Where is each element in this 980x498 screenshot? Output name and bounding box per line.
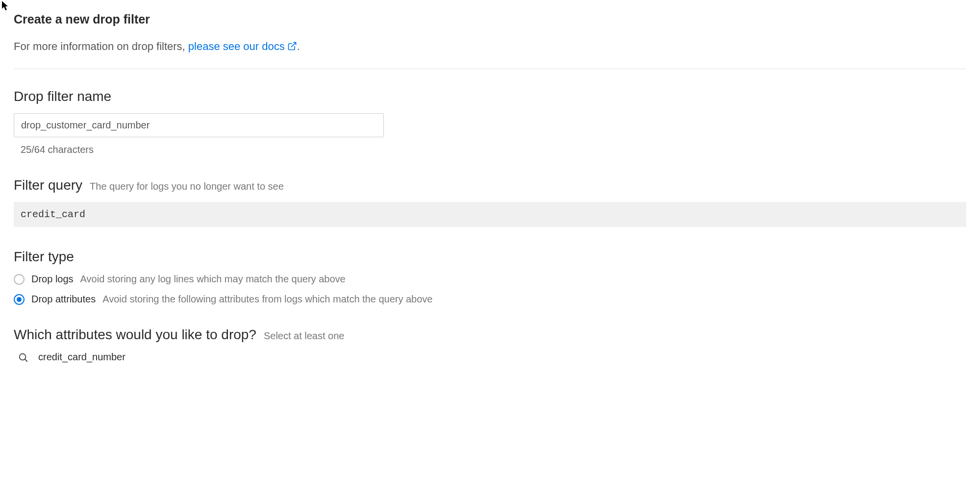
query-label: Filter query [14,177,82,193]
type-label: Filter type [14,249,966,265]
radio-icon [14,274,25,285]
char-count: 25/64 characters [21,144,966,155]
radio-label: Drop logs [31,274,74,285]
attribute-value: credit_card_number [38,351,126,363]
radio-dot-icon [17,297,22,302]
info-line: For more information on drop filters, pl… [14,40,966,54]
info-prefix: For more information on drop filters, [14,40,188,52]
filter-name-input[interactable] [14,113,384,137]
attributes-section: Which attributes would you like to drop?… [14,327,966,363]
svg-line-2 [25,359,27,361]
name-section: Drop filter name 25/64 characters [14,89,966,155]
radio-drop-logs[interactable]: Drop logs Avoid storing any log lines wh… [14,274,966,285]
search-icon [18,352,28,363]
type-section: Filter type Drop logs Avoid storing any … [14,249,966,305]
svg-line-0 [291,43,296,47]
query-section: Filter query The query for logs you no l… [14,177,966,227]
filter-query-input[interactable]: credit_card [14,202,966,227]
radio-icon [14,294,25,305]
radio-drop-attributes[interactable]: Drop attributes Avoid storing the follow… [14,294,966,305]
radio-label: Drop attributes [31,294,96,305]
radio-desc: Avoid storing the following attributes f… [102,294,432,305]
page-title: Create a new drop filter [14,12,966,26]
info-suffix: . [297,40,300,52]
cursor-icon [2,1,10,12]
docs-link[interactable]: please see our docs [188,40,297,52]
divider [14,69,966,69]
radio-desc: Avoid storing any log lines which may ma… [80,274,346,285]
attributes-hint: Select at least one [264,330,345,342]
attributes-label: Which attributes would you like to drop? [14,327,256,343]
name-label: Drop filter name [14,89,966,104]
query-hint: The query for logs you no longer want to… [90,181,284,192]
external-link-icon [287,41,297,54]
attribute-search-row[interactable]: credit_card_number [18,351,966,363]
